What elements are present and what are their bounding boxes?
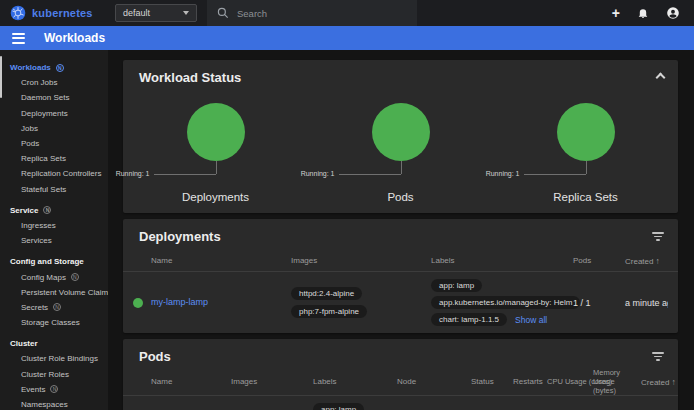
kubernetes-dashboard-window: kubernetes default + [0,0,694,410]
col-header-pods[interactable]: Pods [573,256,625,265]
sidebar-item-pods[interactable]: Pods [0,136,108,151]
namespaced-badge: N [53,303,61,311]
sidebar-item-storage-classes[interactable]: Storage Classes [0,315,108,330]
brand-name: kubernetes [32,7,93,19]
image-chip: httpd:2.4-alpine [291,287,362,300]
sidebar-item-events[interactable]: EventsN [0,382,108,397]
sidebar-item-ingresses[interactable]: Ingresses [0,218,108,233]
label-chip: app.kubernetes.io/managed-by: Helm [431,296,580,309]
search-bar[interactable] [207,0,417,26]
sidebar-item-secrets[interactable]: SecretsN [0,300,108,315]
pie-chart-replica-sets: Running: 1 Replica Sets [493,95,678,213]
col-header-restarts[interactable]: Restarts [513,377,547,386]
show-all-link[interactable]: Show all [515,315,547,325]
pods-table-header: Name Images Labels Node Status Restarts … [123,368,678,396]
pie-slice-running[interactable] [372,103,430,161]
col-header-images[interactable]: Images [291,256,431,265]
create-resource-button[interactable]: + [612,6,620,20]
sidebar-section-config-and-storage[interactable]: Config and Storage [0,254,108,269]
col-header-node[interactable]: Node [397,377,471,386]
main-content: Workload Status Running: 1 Deployments [108,50,694,410]
pie-legend: Running: 1 [116,170,150,177]
sidebar-item-services[interactable]: Services [0,233,108,248]
sidebar-item-replica-sets[interactable]: Replica Sets [0,151,108,166]
sort-asc-icon: ↑ [655,256,659,266]
sidebar-item-workloads[interactable]: WorkloadsN [0,60,108,75]
col-header-created[interactable]: Created↑ [625,256,668,266]
deployment-row[interactable]: my-lamp-lamp httpd:2.4-alpine php:7-fpm-… [123,272,678,333]
deployment-created: a minute ago [625,298,668,308]
deployments-title: Deployments [139,229,221,244]
sidebar-item-service[interactable]: ServiceN [0,203,108,218]
image-chip: php:7-fpm-alpine [291,305,367,318]
deployments-table-header: Name Images Labels Pods Created↑ [123,250,678,272]
namespace-value: default [123,8,150,18]
kubernetes-logo[interactable]: kubernetes [0,5,105,21]
top-bar: kubernetes default + [0,0,694,26]
sidebar-section-cluster[interactable]: Cluster [0,336,108,351]
sidebar-item-cron-jobs[interactable]: Cron Jobs [0,75,108,90]
user-account-icon[interactable] [666,6,680,20]
sidebar-item-replication-controllers[interactable]: Replication Controllers [0,166,108,181]
top-actions: + [612,6,694,20]
menu-hamburger-icon[interactable] [12,33,25,44]
sidebar-item-jobs[interactable]: Jobs [0,121,108,136]
status-ok-icon [133,298,143,308]
pod-labels: app: lamp pod-template-hash: 5fd985cf68 [313,403,397,410]
col-header-name[interactable]: Name [151,377,231,386]
col-header-memory[interactable]: Memory Usage (bytes) [593,368,641,395]
label-chip: app: lamp [431,279,482,292]
col-header-labels[interactable]: Labels [313,377,397,386]
chevron-down-icon [183,11,189,15]
pods-card: Pods Name Images Labels Node Status Rest… [123,339,678,410]
pie-chart-title: Replica Sets [493,191,678,203]
search-input[interactable] [237,8,387,19]
workload-status-card: Workload Status Running: 1 Deployments [123,60,678,213]
pie-legend: Running: 1 [486,170,520,177]
workload-status-charts: Running: 1 Deployments Running: 1 Pods [123,89,678,213]
kubernetes-logo-icon [10,5,26,21]
notifications-bell-icon[interactable] [637,7,649,19]
pods-title: Pods [139,349,171,364]
sidebar-item-namespaces[interactable]: Namespaces [0,397,108,410]
search-icon [217,7,229,19]
app-bar: Workloads [0,26,694,50]
sidebar-item-deployments[interactable]: Deployments [0,106,108,121]
deployment-labels: app: lamp app.kubernetes.io/managed-by: … [431,279,573,326]
pod-row[interactable]: my-lamp-lamp-5fd985cf68-jwvz4 httpd:2.4-… [123,396,678,410]
filter-icon[interactable] [652,232,664,241]
label-chip: app: lamp [313,403,364,410]
deployment-images: httpd:2.4-alpine php:7-fpm-alpine [291,287,431,318]
label-chip: chart: lamp-1.1.5 [431,313,507,326]
namespaced-badge: N [43,206,51,214]
namespaced-badge: N [56,64,64,72]
col-header-status[interactable]: Status [471,377,513,386]
col-header-cpu[interactable]: CPU Usage (cores) [547,377,593,386]
pie-chart-title: Pods [308,191,493,203]
sidebar-item-cluster-roles[interactable]: Cluster Roles [0,367,108,382]
pie-chart-title: Deployments [123,191,308,203]
sidebar-nav: WorkloadsN Cron Jobs Daemon Sets Deploym… [0,50,108,410]
sidebar-scrollbar[interactable] [0,56,2,98]
col-header-created[interactable]: Created↑ [641,377,680,387]
sort-asc-icon: ↑ [671,377,675,387]
col-header-labels[interactable]: Labels [431,256,573,265]
pie-slice-running[interactable] [557,103,615,161]
namespace-selector[interactable]: default [115,4,197,22]
deployment-pods-count: 1 / 1 [573,298,625,308]
sidebar-item-persistent-volume-claims[interactable]: Persistent Volume ClaimsN [0,285,108,300]
collapse-chevron-icon[interactable] [656,73,666,83]
page-title: Workloads [44,31,105,45]
col-header-name[interactable]: Name [151,256,291,265]
pie-slice-running[interactable] [187,103,245,161]
col-header-images[interactable]: Images [231,377,313,386]
filter-icon[interactable] [652,352,664,361]
sidebar-item-cluster-role-bindings[interactable]: Cluster Role Bindings [0,351,108,366]
deployment-name-link[interactable]: my-lamp-lamp [151,297,208,307]
sidebar-item-daemon-sets[interactable]: Daemon Sets [0,90,108,105]
workload-status-title: Workload Status [139,70,241,85]
namespaced-badge: N [71,273,79,281]
sidebar-item-config-maps[interactable]: Config MapsN [0,269,108,284]
namespaced-badge: N [50,385,58,393]
sidebar-item-stateful-sets[interactable]: Stateful Sets [0,182,108,197]
